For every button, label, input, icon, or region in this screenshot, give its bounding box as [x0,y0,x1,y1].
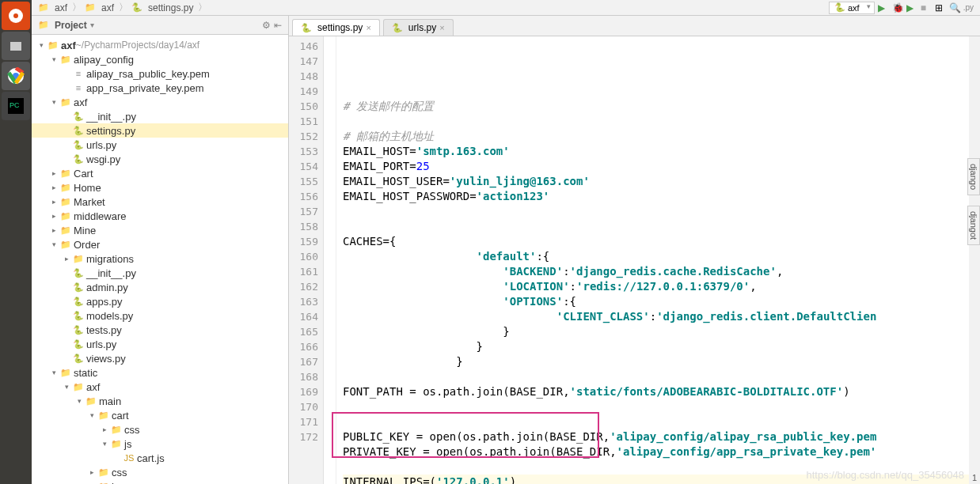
tree-label: alipay_rsa_public_key.pem [86,68,210,80]
tree-node-mine[interactable]: ▸📁Mine [32,223,288,237]
tree-node-market[interactable]: ▸📁Market [32,195,288,209]
tree-node-views-py[interactable]: 🐍views.py [32,351,288,365]
tree-node-urls-py[interactable]: 🐍urls.py [32,138,288,152]
tree-node-cart[interactable]: ▾📁cart [32,408,288,422]
settings-icon[interactable]: ⚙ [262,20,271,31]
tree-node-apps-py[interactable]: 🐍apps.py [32,294,288,308]
tree-label: urls.py [86,338,116,350]
tree-node-models-py[interactable]: 🐍models.py [32,308,288,323]
tree-node-home[interactable]: ▸📁Home [32,180,288,195]
tree-node---init---py[interactable]: 🐍__init__.py [32,266,288,280]
project-panel-header[interactable]: 📁 Project ▾ ⚙ ⇤ [32,16,288,35]
tree-node-order[interactable]: ▾📁Order [32,237,288,251]
run-coverage-icon[interactable]: ▶ [906,2,917,13]
tree-label: views.py [86,353,126,365]
svg-rect-2 [10,42,21,51]
folder-icon: 📁 [47,40,59,51]
folder-icon: 📁 [111,424,122,435]
folder-icon: 📁 [60,54,71,65]
tree-node-alipay-rsa-public-key-pem[interactable]: ≡alipay_rsa_public_key.pem [32,66,288,81]
code-editor[interactable]: 1461471481491501511521531541551561571581… [289,36,980,484]
tree-node-main[interactable]: ▾📁main [32,394,288,408]
folder-icon: 📁 [98,467,109,478]
tree-node-wsgi-py[interactable]: 🐍wsgi.py [32,152,288,166]
tree-node-alipay-config[interactable]: ▾📁alipay_config [32,52,288,66]
code-content[interactable]: # 发送邮件的配置# 邮箱的主机地址EMAIL_HOST='smtp.163.c… [336,36,980,484]
tree-label: __init__.py [86,267,136,279]
tree-node-cart-js[interactable]: JScart.js [32,451,288,465]
tab-settings[interactable]: 🐍settings.py× [292,19,380,36]
tree-node-cart[interactable]: ▸📁Cart [32,166,288,180]
side-panel-django[interactable]: django [967,158,980,195]
tree-node-css[interactable]: ▸📁css [32,422,288,437]
folder-icon: 📁 [111,438,122,449]
side-panel-django2[interactable]: djangot [967,206,980,245]
tree-label: Mine [74,225,96,236]
folder-icon: 📁 [60,182,71,193]
launcher-chrome-icon[interactable] [2,62,30,90]
launcher-ubuntu-icon[interactable] [2,2,30,30]
error-stripe[interactable] [969,36,980,484]
project-panel: 📁 Project ▾ ⚙ ⇤ ▾📁axf ~/PycharmProjects/… [32,16,289,484]
tab-urls[interactable]: 🐍urls.py× [383,19,454,36]
folder-icon: 📁 [73,253,84,264]
close-icon[interactable]: × [366,23,370,32]
tree-node-admin-py[interactable]: 🐍admin.py [32,280,288,294]
py-icon: 🐍 [73,111,84,122]
tree-node-urls-py[interactable]: 🐍urls.py [32,337,288,351]
py-icon: 🐍 [73,338,84,350]
tree-node-home[interactable]: ▸📁home [32,479,288,484]
py-icon: 🐍 [73,267,84,278]
tree-node-axf[interactable]: ▾📁axf [32,380,288,394]
top-toolbar: 📁axf〉 📁axf〉 🐍settings.py〉 🐍axf ▶ 🐞 ▶ ■ ⊞… [32,0,980,16]
folder-icon: 📁 [60,239,71,250]
line-gutter[interactable]: 1461471481491501511521531541551561571581… [289,36,324,484]
tree-label: settings.py [86,125,135,137]
folder-icon: 📁 [60,225,71,236]
watermark: https://blog.csdn.net/qq_35456048 [807,469,965,481]
tree-node-tests-py[interactable]: 🐍tests.py [32,323,288,337]
tree-node-migrations[interactable]: ▸📁migrations [32,251,288,266]
tree-node-settings-py[interactable]: 🐍settings.py [32,123,288,138]
layout-icon[interactable]: ⊞ [935,2,946,13]
launcher-files-icon[interactable] [2,32,30,60]
py-icon: 🐍 [73,324,84,335]
tree-label: main [99,395,121,407]
tree-node-static[interactable]: ▾📁static [32,365,288,380]
stop-icon[interactable]: ■ [921,2,932,13]
tree-label: admin.py [86,282,128,293]
folder-icon: 📁 [98,410,109,421]
py-icon: 🐍 [73,282,84,293]
run-icon[interactable]: ▶ [878,2,889,13]
file-icon: ≡ [73,68,84,79]
tree-label: axf [61,40,76,51]
fold-gutter[interactable] [324,36,336,484]
tree-label: Market [74,196,105,208]
tree-label: urls.py [86,139,116,151]
tree-node-app-rsa-private-key-pem[interactable]: ≡app_rsa_private_key.pem [32,81,288,95]
project-tree[interactable]: ▾📁axf ~/PycharmProjects/day14/axf▾📁alipa… [32,35,288,484]
py-icon: 🐍 [73,125,84,136]
search-icon[interactable]: 🔍 [949,2,960,13]
tree-label: Order [74,239,100,251]
tree-node-js[interactable]: ▾📁js [32,437,288,451]
close-icon[interactable]: × [439,23,444,32]
file-icon: ≡ [73,82,84,93]
run-config-select[interactable]: 🐍axf [829,2,875,14]
tree-label: axf [86,381,100,393]
breadcrumb[interactable]: 📁axf〉 📁axf〉 🐍settings.py〉 [38,1,829,14]
tree-label: alipay_config [74,54,134,66]
py-icon: 🐍 [73,153,84,164]
tree-label: cart.js [137,452,165,464]
debug-icon[interactable]: 🐞 [892,2,903,13]
tree-label: models.py [86,310,133,322]
tree-node---init---py[interactable]: 🐍__init__.py [32,109,288,123]
tree-node-axf[interactable]: ▾📁axf [32,95,288,109]
collapse-icon[interactable]: ⇤ [274,20,282,31]
folder-icon: 📁 [60,196,71,207]
folder-icon: 📁 [85,395,97,406]
tree-node-middleware[interactable]: ▸📁middleware [32,209,288,223]
launcher-pycharm-icon[interactable]: PC [2,92,30,120]
tree-node-axf[interactable]: ▾📁axf ~/PycharmProjects/day14/axf [32,38,288,52]
tree-node-css[interactable]: ▸📁css [32,465,288,479]
